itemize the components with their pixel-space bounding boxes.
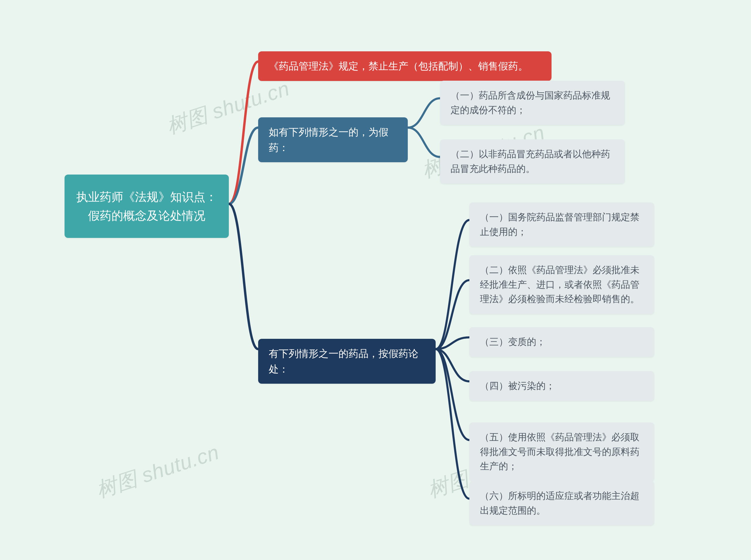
branch-node-fake-defined[interactable]: 如有下列情形之一的，为假药： — [258, 117, 408, 162]
leaf-node[interactable]: （五）使用依照《药品管理法》必须取得批准文号而未取得批准文号的原料药生产的； — [469, 422, 654, 481]
branch-node-treated-as-fake[interactable]: 有下列情形之一的药品，按假药论处： — [258, 339, 435, 384]
leaf-node[interactable]: （二）依照《药品管理法》必须批准未经批准生产、进口，或者依照《药品管理法》必须检… — [469, 255, 654, 314]
root-node[interactable]: 执业药师《法规》知识点：假药的概念及论处情况 — [64, 175, 229, 238]
leaf-node[interactable]: （四）被污染的； — [469, 371, 654, 401]
leaf-node[interactable]: （二）以非药品冒充药品或者以他种药品冒充此种药品的。 — [440, 139, 625, 184]
leaf-node[interactable]: （一）药品所含成份与国家药品标准规定的成份不符的； — [440, 81, 625, 125]
watermark: 树图 shutu.cn — [93, 439, 223, 504]
leaf-node[interactable]: （六）所标明的适应症或者功能主治超出规定范围的。 — [469, 481, 654, 525]
leaf-node[interactable]: （三）变质的； — [469, 327, 654, 357]
leaf-node[interactable]: （一）国务院药品监督管理部门规定禁止使用的； — [469, 202, 654, 247]
branch-node-law-provision[interactable]: 《药品管理法》规定，禁止生产（包括配制）、销售假药。 — [258, 51, 551, 81]
